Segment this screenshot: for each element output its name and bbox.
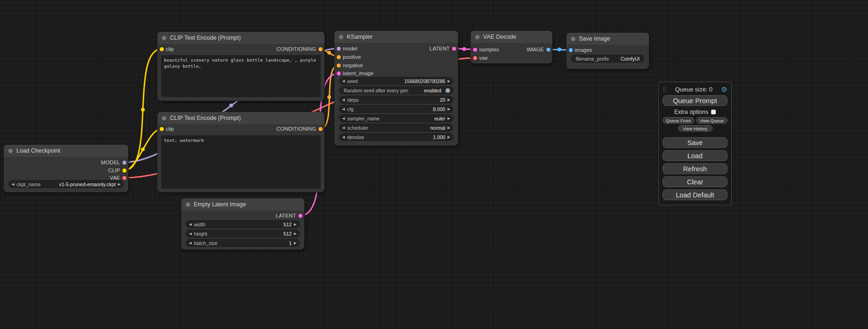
increment-arrow-icon[interactable]: ▶: [118, 182, 120, 186]
increment-arrow-icon[interactable]: ▶: [294, 241, 296, 245]
toggle-indicator-icon[interactable]: [445, 88, 450, 93]
decrement-arrow-icon[interactable]: ◀: [342, 107, 345, 111]
decrement-arrow-icon[interactable]: ◀: [342, 79, 345, 83]
increment-arrow-icon[interactable]: ▶: [448, 135, 450, 139]
save-button[interactable]: Save: [663, 137, 727, 148]
node-title-bar[interactable]: VAE Decode: [471, 31, 552, 43]
extra-options-checkbox[interactable]: [711, 110, 716, 114]
vae-output-port[interactable]: [122, 176, 127, 180]
images-input-label: images: [575, 46, 592, 54]
increment-arrow-icon[interactable]: ▶: [448, 126, 450, 129]
collapse-toggle-icon[interactable]: [186, 203, 190, 207]
denoise-widget[interactable]: ◀ denoise 1.000 ▶: [339, 133, 453, 141]
node-title: KSampler: [347, 34, 373, 40]
increment-arrow-icon[interactable]: ▶: [448, 98, 450, 101]
widget-label: seed: [347, 78, 358, 84]
image-output-port[interactable]: [546, 48, 550, 52]
widget-value: 512: [283, 222, 292, 227]
increment-arrow-icon[interactable]: ▶: [448, 117, 450, 120]
random-seed-widget[interactable]: Random seed after every gen enabled: [339, 86, 453, 94]
node-title-bar[interactable]: Empty Latent Image: [181, 198, 304, 210]
clip-input-label: clip: [166, 125, 174, 133]
node-save-image: Save Image images filename_prefix ComfyU…: [566, 33, 649, 69]
collapse-toggle-icon[interactable]: [162, 36, 166, 40]
clip-output-port[interactable]: [122, 168, 127, 173]
samples-input-port[interactable]: [473, 48, 477, 52]
widget-value: 8.000: [433, 106, 445, 112]
conditioning-output-label: CONDITIONING: [276, 125, 316, 133]
clear-button[interactable]: Clear: [663, 176, 727, 187]
decrement-arrow-icon[interactable]: ◀: [342, 135, 345, 139]
positive-input-port[interactable]: [337, 55, 341, 59]
widget-value: 1.000: [433, 134, 445, 140]
collapse-toggle-icon[interactable]: [162, 116, 166, 120]
refresh-button[interactable]: Refresh: [663, 163, 727, 174]
node-title-bar[interactable]: CLIP Text Encode (Prompt): [157, 32, 325, 44]
ckpt-name-widget[interactable]: ◀ ckpt_name v1-5-pruned-emaonly.ckpt ▶: [8, 180, 124, 188]
increment-arrow-icon[interactable]: ▶: [294, 232, 296, 235]
widget-value: 20: [440, 97, 445, 103]
vae-input-port[interactable]: [473, 56, 477, 60]
latent-output-port[interactable]: [452, 47, 456, 51]
model-output-port[interactable]: [122, 161, 127, 165]
height-widget[interactable]: ◀ height 512 ▶: [186, 230, 300, 238]
conditioning-output-port[interactable]: [318, 47, 323, 51]
decrement-arrow-icon[interactable]: ◀: [342, 117, 345, 120]
cfg-widget[interactable]: ◀ cfg 8.000 ▶: [339, 105, 453, 113]
width-widget[interactable]: ◀ width 512 ▶: [186, 220, 300, 228]
widget-label: steps: [347, 97, 359, 103]
increment-arrow-icon[interactable]: ▶: [448, 79, 450, 83]
node-title: VAE Decode: [483, 34, 516, 40]
decrement-arrow-icon[interactable]: ◀: [189, 232, 191, 235]
model-input-label: model: [343, 45, 357, 52]
increment-arrow-icon[interactable]: ▶: [294, 223, 296, 226]
collapse-toggle-icon[interactable]: [8, 149, 13, 153]
widget-label: ckpt_name: [16, 182, 40, 187]
node-title-bar[interactable]: Load Checkpoint: [4, 145, 128, 157]
queue-front-button[interactable]: Queue Front: [663, 117, 694, 124]
load-default-button[interactable]: Load Default: [663, 189, 727, 200]
decrement-arrow-icon[interactable]: ◀: [12, 182, 14, 186]
node-title-bar[interactable]: Save Image: [566, 33, 649, 45]
clip-input-label: clip: [166, 45, 174, 53]
latent-output-port[interactable]: [298, 214, 303, 218]
node-title-bar[interactable]: KSampler: [334, 31, 458, 43]
load-button[interactable]: Load: [663, 150, 727, 161]
decrement-arrow-icon[interactable]: ◀: [342, 98, 345, 101]
model-input-port[interactable]: [337, 47, 341, 51]
clip-input-port[interactable]: [160, 47, 164, 51]
view-queue-button[interactable]: View Queue: [696, 117, 728, 124]
drag-handle-icon[interactable]: ⣿: [663, 86, 666, 92]
view-history-button[interactable]: View History: [678, 125, 713, 132]
collapse-toggle-icon[interactable]: [571, 37, 575, 41]
scheduler-widget[interactable]: ◀ scheduler normal ▶: [339, 124, 453, 132]
node-clip-text-encode-positive: CLIP Text Encode (Prompt) clip CONDITION…: [157, 32, 325, 101]
negative-input-port[interactable]: [337, 63, 341, 68]
conditioning-output-port[interactable]: [318, 127, 323, 131]
negative-prompt-textarea[interactable]: text, watermark: [161, 135, 321, 189]
collapse-toggle-icon[interactable]: [475, 35, 480, 39]
steps-widget[interactable]: ◀ steps 20 ▶: [339, 96, 453, 104]
settings-gear-icon[interactable]: ⚙: [721, 86, 727, 93]
widget-label: height: [194, 231, 207, 237]
latent-image-input-label: latent_image: [343, 70, 374, 77]
queue-prompt-button[interactable]: Queue Prompt: [663, 95, 727, 106]
increment-arrow-icon[interactable]: ▶: [448, 107, 450, 111]
latent-image-input-port[interactable]: [337, 71, 341, 76]
positive-prompt-textarea[interactable]: beautiful scenery nature glass bottle la…: [161, 55, 321, 97]
decrement-arrow-icon[interactable]: ◀: [189, 223, 191, 226]
collapse-toggle-icon[interactable]: [339, 35, 343, 39]
images-input-port[interactable]: [569, 48, 573, 52]
node-title-bar[interactable]: CLIP Text Encode (Prompt): [157, 112, 325, 124]
node-empty-latent-image: Empty Latent Image LATENT ◀ width 512 ▶ …: [181, 198, 304, 250]
decrement-arrow-icon[interactable]: ◀: [189, 241, 191, 245]
seed-widget[interactable]: ◀ seed 156680208700286 ▶: [339, 77, 453, 85]
batch-size-widget[interactable]: ◀ batch_size 1 ▶: [186, 239, 300, 247]
clip-positive-link-wire: [124, 49, 162, 170]
graph-canvas[interactable]: Load Checkpoint MODEL CLIP VAE ◀ ckpt_na…: [0, 0, 868, 329]
sampler-name-widget[interactable]: ◀ sampler_name euler ▶: [339, 114, 453, 122]
clip-input-port[interactable]: [160, 127, 164, 131]
widget-label: scheduler: [347, 125, 368, 131]
filename-prefix-widget[interactable]: filename_prefix ComfyUI: [571, 55, 644, 63]
decrement-arrow-icon[interactable]: ◀: [342, 126, 345, 129]
